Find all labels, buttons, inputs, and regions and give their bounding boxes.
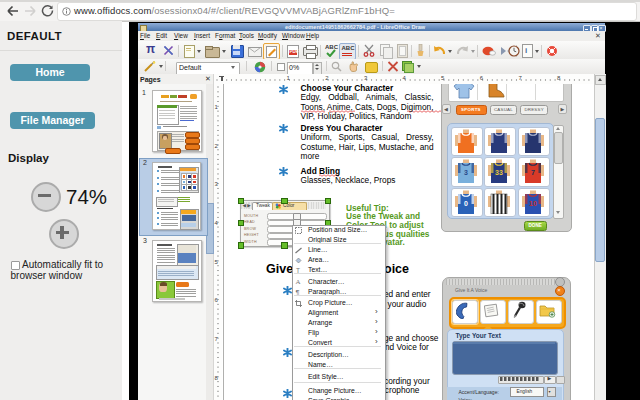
- svg-text:0: 0: [464, 200, 468, 207]
- svg-text:33: 33: [495, 169, 503, 176]
- svg-text:3: 3: [464, 169, 468, 176]
- svg-text:7: 7: [531, 169, 535, 176]
- svg-text:10: 10: [529, 200, 537, 207]
- svg-text:A: A: [296, 278, 301, 285]
